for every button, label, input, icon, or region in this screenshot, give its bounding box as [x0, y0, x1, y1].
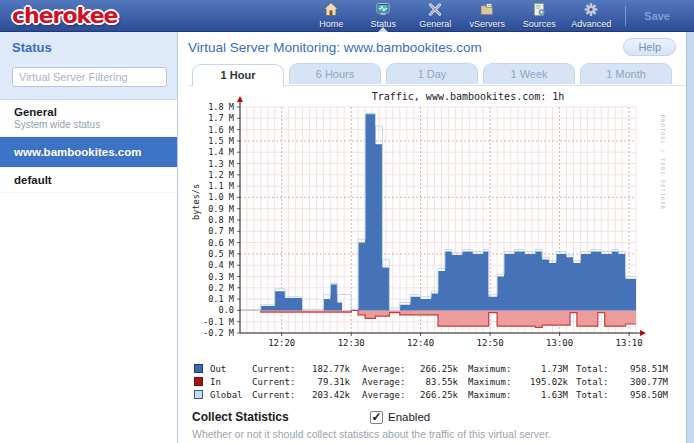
main-panel: Virtual Server Monitoring: www.bambookit… — [178, 32, 686, 443]
svg-text:0.3 M: 0.3 M — [208, 272, 234, 282]
svg-text:-0.1 M: -0.1 M — [203, 317, 234, 327]
legend-average-value: 266.25k — [412, 390, 458, 400]
save-button[interactable]: Save — [626, 10, 688, 22]
top-nav: HomeStatusGeneralvServersSourcesAdvanced — [305, 0, 617, 31]
save-divider: Save — [625, 6, 688, 26]
traffic-chart-svg: -0.2 M-0.1 M0.00.1 M0.2 M0.3 M0.4 M0.5 M… — [188, 89, 666, 359]
legend-col-label: Average: — [362, 390, 412, 400]
svg-text:-0.2 M: -0.2 M — [203, 328, 234, 338]
svg-text:0.7 M: 0.7 M — [208, 226, 234, 236]
sidebar-item-sublabel: System wide status — [14, 119, 163, 130]
svg-text:0.9 M: 0.9 M — [208, 204, 234, 214]
page-title: Virtual Server Monitoring: www.bambookit… — [188, 40, 686, 55]
nav-item-sources[interactable]: Sources — [513, 0, 565, 31]
legend-col-label: Current: — [252, 390, 302, 400]
legend-row-out: OutCurrent:182.77kAverage:266.25kMaximum… — [194, 362, 686, 375]
legend-col-label: Current: — [252, 377, 302, 387]
legend-maximum-value: 195.02k — [520, 377, 568, 387]
legend-col-label: Maximum: — [468, 364, 520, 374]
legend-current-value: 79.31k — [302, 377, 350, 387]
nav-item-label: General — [419, 19, 451, 29]
nav-item-label: vServers — [470, 19, 506, 29]
svg-text:1.5 M: 1.5 M — [208, 136, 234, 146]
vservers-icon — [477, 1, 497, 18]
svg-text:1.4 M: 1.4 M — [208, 147, 234, 157]
svg-text:Traffic, www.bambookites.com:: Traffic, www.bambookites.com: 1h — [372, 91, 565, 102]
tab-1-week[interactable]: 1 Week — [483, 63, 575, 84]
tab-1-day[interactable]: 1 Day — [386, 63, 478, 84]
sidebar-item-general[interactable]: GeneralSystem wide status — [0, 100, 177, 137]
sidebar-header: Status — [0, 32, 177, 100]
nav-item-vservers[interactable]: vServers — [461, 0, 513, 31]
status-icon — [373, 1, 393, 18]
page-content: Status GeneralSystem wide statuswww.bamb… — [0, 32, 687, 443]
svg-text:0.8 M: 0.8 M — [208, 215, 234, 225]
cherokee-logo: cherokee — [12, 1, 117, 31]
advanced-icon — [581, 1, 601, 18]
help-button[interactable]: Help — [623, 38, 676, 56]
legend-col-label: Average: — [362, 364, 412, 374]
sidebar-item-default[interactable]: default — [0, 168, 177, 193]
sidebar-item-www-bambookites-com[interactable]: www.bambookites.com — [0, 137, 177, 168]
nav-item-advanced[interactable]: Advanced — [565, 0, 617, 31]
svg-text:1.6 M: 1.6 M — [208, 125, 234, 135]
nav-item-general[interactable]: General — [409, 0, 461, 31]
legend-average-value: 266.25k — [412, 364, 458, 374]
time-range-tabs: 1 Hour6 Hours1 Day1 Week1 Month — [188, 63, 686, 86]
legend-col-label: Current: — [252, 364, 302, 374]
legend-current-value: 203.42k — [302, 390, 350, 400]
home-icon — [321, 1, 341, 18]
svg-text:12:20: 12:20 — [268, 338, 295, 348]
legend-series-name: Global — [210, 390, 252, 400]
sidebar-item-label: www.bambookites.com — [14, 146, 163, 158]
tab-6-hours[interactable]: 6 Hours — [289, 63, 381, 84]
svg-text:1.3 M: 1.3 M — [208, 159, 234, 169]
collect-statistics-description: Whether or not it should collect statist… — [192, 428, 686, 440]
legend-maximum-value: 1.73M — [520, 364, 568, 374]
svg-text:1.0 M: 1.0 M — [208, 192, 234, 202]
chart: -0.2 M-0.1 M0.00.1 M0.2 M0.3 M0.4 M0.5 M… — [188, 89, 666, 359]
enabled-label: Enabled — [388, 411, 430, 423]
svg-text:1.2 M: 1.2 M — [208, 170, 234, 180]
legend-average-value: 83.55k — [412, 377, 458, 387]
legend-series-name: In — [210, 377, 252, 387]
svg-text:RRDTOOL / TOBI OETIKER: RRDTOOL / TOBI OETIKER — [660, 115, 666, 210]
top-bar: cherokee HomeStatusGeneralvServersSource… — [0, 0, 694, 32]
sources-icon — [529, 1, 549, 18]
nav-item-home[interactable]: Home — [305, 0, 357, 31]
svg-text:bytes/s: bytes/s — [191, 184, 201, 220]
svg-text:12:50: 12:50 — [477, 338, 504, 348]
legend-row-in: InCurrent:79.31kAverage:83.55kMaximum:19… — [194, 375, 686, 388]
in-swatch — [194, 377, 203, 386]
legend-row-global: GlobalCurrent:203.42kAverage:266.25kMaxi… — [194, 388, 686, 401]
collect-statistics-label: Collect Statistics — [192, 410, 370, 424]
svg-text:0.2 M: 0.2 M — [208, 283, 234, 293]
svg-text:1.8 M: 1.8 M — [208, 102, 234, 112]
svg-text:0.1 M: 0.1 M — [208, 294, 234, 304]
legend-col-label: Total: — [576, 377, 616, 387]
legend-col-label: Maximum: — [468, 377, 520, 387]
tab-1-month[interactable]: 1 Month — [580, 63, 672, 84]
enabled-checkbox[interactable]: ✓ — [370, 411, 383, 424]
virtual-server-filter-input[interactable] — [12, 67, 167, 87]
sidebar-item-label: General — [14, 106, 163, 118]
general-icon — [425, 1, 445, 18]
svg-text:13:00: 13:00 — [546, 338, 573, 348]
legend-col-label: Maximum: — [468, 390, 520, 400]
svg-text:12:30: 12:30 — [338, 338, 365, 348]
svg-text:0.6 M: 0.6 M — [208, 238, 234, 248]
svg-text:1.1 M: 1.1 M — [208, 181, 234, 191]
nav-item-status[interactable]: Status — [357, 0, 409, 31]
tab-1-hour[interactable]: 1 Hour — [192, 64, 284, 86]
svg-text:12:40: 12:40 — [407, 338, 434, 348]
legend-col-label: Total: — [576, 390, 616, 400]
legend-col-label: Average: — [362, 377, 412, 387]
svg-text:1.7 M: 1.7 M — [208, 113, 234, 123]
out-swatch — [194, 364, 203, 373]
svg-text:0.4 M: 0.4 M — [208, 260, 234, 270]
chart-legend: OutCurrent:182.77kAverage:266.25kMaximum… — [194, 362, 686, 401]
legend-series-name: Out — [210, 364, 252, 374]
global-swatch — [194, 390, 203, 399]
vserver-list: GeneralSystem wide statuswww.bambookites… — [0, 100, 177, 193]
legend-current-value: 182.77k — [302, 364, 350, 374]
